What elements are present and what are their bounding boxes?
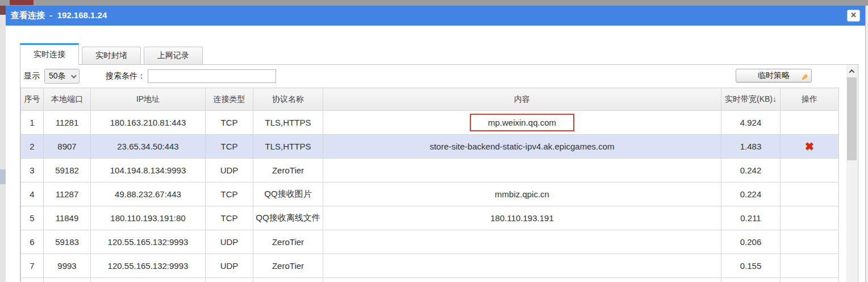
cell-content: mmbiz.qpic.cn	[323, 183, 721, 206]
connections-table: 序号 本地端口 IP地址 连接类型 协议名称 内容 实时带宽(KB)↓ 操作 1…	[20, 88, 839, 282]
cell-protocol: ZeroTier	[253, 254, 323, 278]
cell-content	[323, 230, 721, 254]
cell-protocol: ZeroTier	[253, 230, 323, 254]
col-content: 内容	[323, 88, 721, 111]
cell-ip: 120.55.165.132:9993	[91, 230, 206, 254]
col-operation: 操作	[781, 88, 839, 111]
cell-port: 11281	[44, 111, 91, 135]
cell-protocol: ZeroTier	[253, 159, 323, 183]
cell-port: 59183	[44, 230, 91, 254]
cell-protocol: TLS,HTTPS	[253, 111, 323, 135]
table-body: 111281180.163.210.81:443TCPTLS,HTTPSmp.w…	[21, 111, 839, 282]
cell-ip: 120.55.165.132:9993	[91, 254, 206, 278]
cell-protocol	[253, 278, 323, 282]
cell-op: ✖	[781, 135, 839, 159]
table-row[interactable]: 111281180.163.210.81:443TCPTLS,HTTPSmp.w…	[21, 111, 839, 135]
cell-bandwidth: 0.242	[721, 159, 781, 183]
tab-realtime-blocking[interactable]: 实时封堵	[82, 47, 141, 64]
scrollbar-thumb[interactable]	[847, 77, 857, 160]
cell-port: 59182	[44, 159, 91, 183]
col-ip-address: IP地址	[91, 88, 206, 111]
table-row[interactable]: 79993120.55.165.132:9993UDPZeroTier0.155	[21, 254, 839, 278]
cell-port: 11287	[44, 183, 91, 206]
cell-op	[781, 278, 839, 282]
cell-bandwidth: 0.224	[721, 183, 781, 206]
table-row[interactable]	[21, 278, 839, 282]
tab-realtime-connections[interactable]: 实时连接	[20, 43, 79, 64]
table-row[interactable]: 659183120.55.165.132:9993UDPZeroTier0.20…	[21, 230, 839, 254]
col-realtime-bandwidth-sort[interactable]: 实时带宽(KB)↓	[721, 88, 781, 111]
cell-type	[206, 278, 253, 282]
show-label: 显示	[24, 71, 40, 81]
block-x-icon[interactable]: ✖	[805, 140, 814, 152]
cell-op	[781, 159, 839, 183]
cell-op	[781, 230, 839, 254]
view-connections-dialog: 查看连接 - 192.168.1.24 ✕ 实时连接 实时封堵 上网记录 显示 …	[6, 6, 865, 282]
cell-type: TCP	[206, 111, 253, 135]
background-page-top	[0, 0, 868, 6]
cell-op	[781, 254, 839, 278]
screen: 查看连接 - 192.168.1.24 ✕ 实时连接 实时封堵 上网记录 显示 …	[0, 0, 868, 282]
table-row[interactable]: 511849180.110.193.191:80TCPQQ接收离线文件180.1…	[21, 206, 839, 230]
col-protocol-name: 协议名称	[253, 88, 323, 111]
cell-port	[44, 278, 91, 282]
connections-panel: 显示 50条 搜索条件： 临时策略	[20, 64, 858, 282]
cell-content: mp.weixin.qq.com	[323, 111, 721, 135]
tab-bar: 实时连接 实时封堵 上网记录	[20, 43, 206, 64]
connections-table-wrap: 序号 本地端口 IP地址 连接类型 协议名称 内容 实时带宽(KB)↓ 操作 1…	[20, 88, 838, 282]
page-size-select[interactable]: 50条	[44, 69, 80, 84]
background-fragment	[0, 6, 6, 15]
cell-protocol: QQ接收离线文件	[253, 206, 323, 230]
panel-scrollbar[interactable]	[846, 65, 857, 282]
cell-no	[21, 278, 44, 282]
scroll-up-icon[interactable]	[846, 65, 857, 77]
cell-no: 4	[21, 183, 44, 206]
temporary-policy-label: 临时策略	[758, 70, 790, 81]
cell-content: store-site-backend-static-ipv4.ak.epicga…	[323, 135, 721, 159]
page-size-value: 50条	[49, 71, 66, 81]
cell-ip: 23.65.34.50:443	[91, 135, 206, 159]
dialog-titlebar: 查看连接 - 192.168.1.24 ✕	[6, 6, 865, 26]
table-row[interactable]: 41128749.88.232.67:443TCPQQ接收图片mmbiz.qpi…	[21, 183, 839, 206]
table-row[interactable]: 359182104.194.8.134:9993UDPZeroTier0.242	[21, 159, 839, 183]
table-row[interactable]: 2890723.65.34.50:443TCPTLS,HTTPSstore-si…	[21, 135, 839, 159]
cell-port: 8907	[44, 135, 91, 159]
cell-no: 5	[21, 206, 44, 230]
cell-port: 9993	[44, 254, 91, 278]
cell-ip: 49.88.232.67:443	[91, 183, 206, 206]
search-label: 搜索条件：	[106, 71, 145, 81]
background-fragment	[0, 169, 6, 184]
cell-type: TCP	[206, 206, 253, 230]
background-tab-fragment	[10, 0, 34, 5]
cell-type: TCP	[206, 135, 253, 159]
tab-browsing-history[interactable]: 上网记录	[144, 47, 203, 64]
col-connection-type: 连接类型	[206, 88, 253, 111]
cell-port: 11849	[44, 206, 91, 230]
cell-protocol: QQ接收图片	[253, 183, 323, 206]
edit-pencil-icon	[802, 74, 807, 80]
chevron-down-icon	[71, 73, 77, 78]
cell-no: 7	[21, 254, 44, 278]
toolbar: 显示 50条 搜索条件： 临时策略	[20, 65, 858, 88]
cell-bandwidth: 4.924	[721, 111, 781, 135]
temporary-policy-button[interactable]: 临时策略	[736, 69, 812, 82]
search-input[interactable]	[148, 69, 276, 83]
close-icon[interactable]: ✕	[847, 10, 860, 22]
cell-type: UDP	[206, 159, 253, 183]
cell-no: 1	[21, 111, 44, 135]
cell-no: 3	[21, 159, 44, 183]
flagged-domain-box: mp.weixin.qq.com	[470, 114, 574, 131]
cell-op	[781, 111, 839, 135]
cell-ip: 104.194.8.134:9993	[91, 159, 206, 183]
cell-ip: 180.163.210.81:443	[91, 111, 206, 135]
dialog-title: 查看连接 - 192.168.1.24	[6, 10, 107, 21]
cell-content	[323, 159, 721, 183]
cell-op	[781, 206, 839, 230]
table-header-row: 序号 本地端口 IP地址 连接类型 协议名称 内容 实时带宽(KB)↓ 操作	[21, 88, 839, 111]
background-page-left	[0, 6, 6, 282]
cell-op	[781, 183, 839, 206]
cell-content	[323, 254, 721, 278]
cell-bandwidth: 0.206	[721, 230, 781, 254]
col-index: 序号	[21, 88, 44, 111]
cell-ip	[91, 278, 206, 282]
